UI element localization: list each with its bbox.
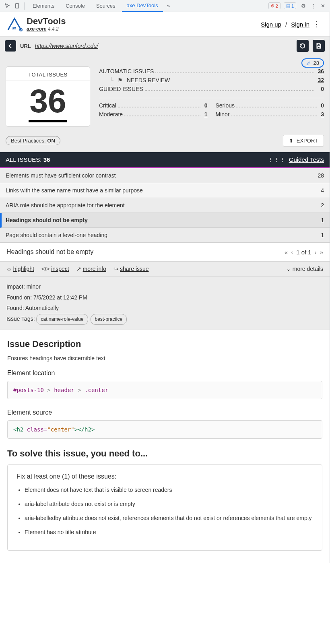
- fix-item: Element does not have text that is visib…: [25, 486, 313, 494]
- devtools-tab-bar: Elements Console Sources axe DevTools » …: [0, 0, 330, 12]
- total-issues-card: TOTAL ISSUES 36: [6, 66, 90, 127]
- all-issues-count: 36: [43, 156, 50, 163]
- more-details-toggle[interactable]: ⌄ more details: [286, 266, 323, 272]
- export-button[interactable]: ⬆ EXPORT: [283, 135, 324, 147]
- share-icon: ↪: [113, 266, 118, 272]
- panel-header: ax DevTools axe-core 4.4.2 Sign up / Sig…: [0, 12, 330, 37]
- url-bar: URL https://www.stanford.edu/: [0, 37, 330, 55]
- axe-logo-icon: ax: [6, 16, 23, 32]
- solve-box: Fix at least one (1) of these issues: El…: [7, 464, 322, 551]
- desc-heading: Issue Description: [7, 339, 322, 349]
- tab-console[interactable]: Console: [61, 0, 90, 12]
- needs-review-label: NEEDS REVIEW: [127, 77, 170, 83]
- total-count: 36: [29, 83, 67, 122]
- igt-pill[interactable]: 28: [301, 58, 324, 68]
- issue-tag: best-practice: [91, 314, 127, 325]
- url-link[interactable]: https://www.stanford.edu/: [35, 43, 98, 49]
- save-button[interactable]: [313, 40, 325, 52]
- tab-elements[interactable]: Elements: [28, 0, 59, 12]
- issue-meta: Impact: minor Found on: 7/5/2022 at 12:4…: [0, 277, 330, 330]
- flag-icon: ⚑: [118, 77, 123, 83]
- close-icon[interactable]: ✕: [319, 2, 327, 10]
- error-icon: ⊗: [271, 3, 274, 8]
- guided-count: 0: [316, 86, 324, 92]
- kebab-icon[interactable]: ⋮: [309, 2, 317, 10]
- minor-count[interactable]: 3: [318, 111, 324, 118]
- svg-rect-0: [15, 4, 19, 8]
- summary-section: 28 TOTAL ISSUES 36 AUTOMATIC ISSUES 36 └…: [0, 55, 330, 152]
- highlight-link[interactable]: highlight: [13, 266, 34, 272]
- element-source-heading: Element source: [7, 409, 322, 416]
- pager-first-icon[interactable]: «: [285, 249, 288, 256]
- needs-review-count[interactable]: 32: [318, 77, 324, 83]
- tab-sources[interactable]: Sources: [91, 0, 120, 12]
- inspect-link[interactable]: inspect: [51, 266, 69, 272]
- app-title: DevTools: [27, 17, 66, 26]
- issue-tag: cat.name-role-value: [36, 314, 88, 325]
- guided-tests-link[interactable]: Guided Tests: [289, 156, 324, 163]
- best-practices-toggle[interactable]: Best Practices: ON: [6, 136, 60, 145]
- panel-menu-icon[interactable]: ⋮: [309, 20, 323, 29]
- more-info-link[interactable]: more info: [83, 266, 106, 272]
- issue-row-4[interactable]: Page should contain a level-one heading1: [0, 228, 330, 243]
- error-badge[interactable]: ⊗ 2: [268, 2, 280, 9]
- pager-last-icon[interactable]: »: [320, 249, 323, 256]
- issue-row-3[interactable]: Headings should not be empty1: [0, 213, 330, 228]
- pager-next-icon[interactable]: ›: [315, 249, 317, 256]
- element-location-heading: Element location: [7, 369, 322, 377]
- element-source-code: <h2 class="center"></h2>: [7, 420, 322, 439]
- issue-row-1[interactable]: Links with the same name must have a sim…: [0, 183, 330, 198]
- message-badge[interactable]: ▤ 1: [284, 2, 296, 9]
- more-tabs-icon[interactable]: »: [165, 2, 173, 10]
- inspect-code-icon: </>: [41, 266, 50, 272]
- serious-count: 0: [318, 102, 324, 109]
- issue-row-2[interactable]: ARIA role should be appropriate for the …: [0, 198, 330, 213]
- device-icon[interactable]: [13, 2, 21, 10]
- svg-text:ax: ax: [12, 26, 16, 30]
- total-label: TOTAL ISSUES: [6, 67, 90, 80]
- issue-description: Issue Description Ensures headings have …: [0, 330, 330, 563]
- inspect-icon[interactable]: [3, 2, 11, 10]
- action-bar: ☼highlight </>inspect ↗more info ↪share …: [0, 261, 330, 277]
- all-issues-bar: ALL ISSUES: 36 ⋮⋮⋮ Guided Tests: [0, 152, 330, 168]
- app-sub[interactable]: axe-core: [27, 26, 46, 32]
- pager-text: 1 of 1: [296, 249, 311, 256]
- pager: « ‹ 1 of 1 › »: [285, 249, 323, 256]
- grid-icon: ⋮⋮⋮: [268, 157, 286, 163]
- issue-row-0[interactable]: Elements must have sufficient color cont…: [0, 168, 330, 183]
- moderate-count[interactable]: 1: [202, 111, 208, 118]
- upload-icon: ⬆: [289, 138, 293, 144]
- solve-heading: To solve this issue, you need to...: [7, 448, 322, 459]
- tab-axe-devtools[interactable]: axe DevTools: [122, 0, 163, 12]
- element-location-code: #posts-10 > header > .center: [7, 381, 322, 399]
- fix-item: aria-label attribute does not exist or i…: [25, 500, 313, 508]
- pager-prev-icon[interactable]: ‹: [291, 249, 293, 256]
- selected-issue-title: Headings should not be empty: [6, 248, 93, 256]
- fix-item: aria-labelledby attribute does not exist…: [25, 514, 313, 522]
- critical-count: 0: [202, 102, 208, 109]
- fix-heading: Fix at least one (1) of these issues:: [16, 473, 313, 480]
- signin-link[interactable]: Sign in: [291, 21, 309, 28]
- message-icon: ▤: [286, 3, 290, 8]
- chevron-down-icon: ⌄: [286, 266, 291, 272]
- back-button[interactable]: [5, 40, 16, 52]
- settings-icon[interactable]: ⚙: [299, 2, 307, 10]
- share-issue-link[interactable]: share issue: [120, 266, 149, 272]
- desc-text: Ensures headings have discernible text: [7, 355, 322, 361]
- rerun-button[interactable]: [297, 40, 309, 52]
- fix-item: Element has no title attribute: [25, 528, 313, 537]
- signup-link[interactable]: Sign up: [261, 21, 281, 28]
- external-icon: ↗: [76, 266, 81, 272]
- auto-label: AUTOMATIC ISSUES: [99, 68, 154, 74]
- url-label: URL: [20, 43, 31, 49]
- selected-issue-header: Headings should not be empty « ‹ 1 of 1 …: [0, 243, 330, 261]
- auto-count[interactable]: 36: [316, 68, 324, 74]
- guided-label: GUIDED ISSUES: [99, 86, 143, 92]
- highlight-icon: ☼: [6, 266, 12, 272]
